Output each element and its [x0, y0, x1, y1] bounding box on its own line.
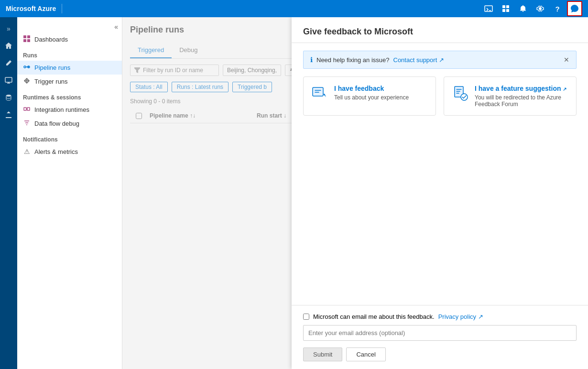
topbar-separator: [62, 4, 62, 13]
svg-point-11: [24, 66, 26, 68]
email-consent-row: Microsoft can email me about this feedba…: [303, 313, 577, 320]
main-layout: »: [0, 17, 588, 369]
filter-text-input[interactable]: [143, 67, 215, 74]
select-all-checkbox[interactable]: [136, 113, 142, 119]
feedback-card-content: I have feedback Tell us about your exper…: [334, 85, 409, 101]
integration-runtimes-label: Integration runtimes: [34, 106, 89, 113]
sidebar-item-dashboards[interactable]: Dashboards: [17, 33, 122, 46]
col-run-start: Run start ↓: [257, 112, 286, 119]
feedback-body: ℹ Need help fixing an issue? Contact sup…: [292, 43, 588, 305]
monitor-nav-icon[interactable]: [1, 73, 16, 88]
submit-button[interactable]: Submit: [303, 347, 342, 361]
email-consent-label: Microsoft can email me about this feedba…: [313, 313, 435, 320]
sidebar: « Dashboards Runs: [17, 17, 122, 369]
location-filter-label: Beijing, Chongqing,: [227, 67, 277, 74]
trigger-runs-label: Trigger runs: [34, 78, 68, 85]
data-flow-debug-label: Data flow debug: [34, 120, 79, 127]
dashboards-label: Dashboards: [34, 36, 68, 43]
feedback-card-icon: [311, 85, 328, 103]
svg-rect-1: [502, 5, 505, 8]
collapse-icon[interactable]: «: [114, 23, 118, 31]
feedback-cards: I have feedback Tell us about your exper…: [303, 76, 577, 116]
feature-card-desc: You will be redirected to the Azure Feed…: [475, 94, 568, 108]
alerts-metrics-label: Alerts & metrics: [34, 148, 78, 155]
runtimes-section-label: Runtimes & sessions: [17, 88, 122, 103]
email-address-input[interactable]: [303, 325, 577, 341]
tab-debug[interactable]: Debug: [172, 43, 205, 58]
triggered-filter-pill[interactable]: Triggered b: [232, 82, 272, 92]
svg-rect-14: [24, 108, 26, 110]
feature-suggestion-card[interactable]: I have a feature suggestion ↗ You will b…: [444, 76, 577, 116]
dashboards-icon: [23, 35, 31, 43]
feedback-card-title: I have feedback: [334, 85, 409, 92]
sidebar-item-data-flow-debug[interactable]: Data flow debug: [17, 117, 122, 130]
runs-section-label: Runs: [17, 46, 122, 61]
cloud-shell-icon[interactable]: [481, 1, 496, 16]
i-have-feedback-card[interactable]: I have feedback Tell us about your exper…: [303, 76, 436, 116]
svg-rect-2: [506, 5, 509, 8]
app-title: Microsoft Azure: [6, 5, 56, 12]
svg-rect-3: [502, 9, 505, 12]
feedback-card-desc: Tell us about your experience: [334, 94, 409, 101]
svg-rect-0: [485, 6, 492, 11]
home-nav-icon[interactable]: [1, 38, 16, 54]
feature-card-content: I have a feature suggestion ↗ You will b…: [475, 85, 568, 108]
status-filter-pill[interactable]: Status : All: [130, 82, 168, 92]
info-banner-close-button[interactable]: ✕: [564, 56, 569, 64]
help-icon[interactable]: ?: [550, 1, 565, 16]
feature-card-title: I have a feature suggestion ↗: [475, 85, 568, 92]
email-consent-checkbox[interactable]: [303, 314, 309, 320]
info-banner: ℹ Need help fixing an issue? Contact sup…: [303, 51, 577, 69]
alerts-metrics-icon: ⚠: [23, 148, 31, 155]
sidebar-item-alerts-metrics[interactable]: ⚠ Alerts & metrics: [17, 145, 122, 158]
integration-runtimes-icon: [23, 106, 31, 114]
feedback-footer: Microsoft can email me about this feedba…: [292, 305, 588, 369]
location-filter[interactable]: Beijing, Chongqing,: [223, 65, 281, 76]
runs-filter-label: Runs : Latest runs: [177, 84, 223, 90]
expand-sidebar-icon[interactable]: »: [1, 21, 16, 36]
topbar: Microsoft Azure: [0, 0, 588, 17]
tab-triggered[interactable]: Triggered: [130, 43, 172, 58]
sidebar-collapse-btn[interactable]: «: [17, 21, 122, 33]
status-filter-label: Status : All: [135, 84, 163, 90]
info-banner-text: Need help fixing an issue?: [316, 56, 390, 64]
svg-rect-9: [23, 39, 26, 42]
bell-icon[interactable]: [515, 1, 531, 16]
data-nav-icon[interactable]: [1, 90, 16, 105]
cancel-button[interactable]: Cancel: [346, 347, 385, 361]
feedback-title: Give feedback to Microsoft: [303, 27, 413, 36]
info-banner-left: ℹ Need help fixing an issue? Contact sup…: [310, 56, 444, 64]
feedback-panel-header: Give feedback to Microsoft: [292, 17, 588, 43]
publish-nav-icon[interactable]: [1, 107, 16, 122]
filter-icon: [134, 67, 140, 73]
trigger-runs-icon: [23, 77, 31, 86]
svg-rect-8: [27, 35, 30, 38]
svg-rect-15: [27, 108, 30, 110]
feature-card-icon: [452, 85, 469, 103]
sidebar-item-trigger-runs[interactable]: Trigger runs: [17, 75, 122, 88]
triggered-filter-label: Triggered b: [238, 84, 267, 90]
svg-rect-4: [506, 9, 509, 12]
info-circle-icon: ℹ: [310, 56, 313, 64]
svg-rect-17: [313, 87, 323, 96]
run-filter-input[interactable]: [130, 65, 219, 76]
contact-support-link[interactable]: Contact support ↗: [393, 56, 444, 64]
action-buttons: Submit Cancel: [303, 347, 577, 361]
svg-rect-10: [27, 39, 30, 42]
svg-point-6: [6, 95, 11, 97]
data-flow-debug-icon: [23, 119, 31, 128]
portal-menu-icon[interactable]: [498, 1, 513, 16]
feedback-panel: Give feedback to Microsoft ℹ Need help f…: [292, 17, 588, 369]
notifications-section-label: Notifications: [17, 130, 122, 145]
col-pipeline-name: Pipeline name ↑↓: [150, 112, 196, 119]
svg-rect-5: [5, 77, 12, 82]
privacy-policy-link[interactable]: Privacy policy ↗: [438, 313, 483, 320]
sidebar-item-integration-runtimes[interactable]: Integration runtimes: [17, 103, 122, 117]
pipeline-runs-label: Pipeline runs: [34, 64, 70, 71]
feedback-icon[interactable]: [567, 1, 582, 16]
runs-filter-pill[interactable]: Runs : Latest runs: [172, 82, 229, 92]
sidebar-item-pipeline-runs[interactable]: Pipeline runs: [17, 61, 122, 75]
pipeline-runs-icon: [23, 64, 31, 72]
settings-icon[interactable]: [533, 1, 548, 16]
edit-nav-icon[interactable]: [1, 55, 16, 71]
